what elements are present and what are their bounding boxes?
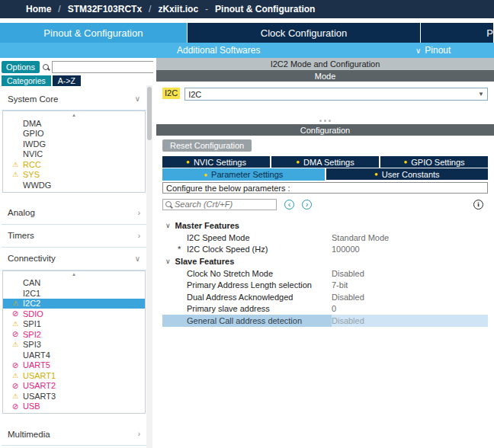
param-value[interactable]: Disabled	[332, 291, 488, 303]
param-row-i2c-speed-mode[interactable]: I2C Speed Mode Standard Mode	[162, 232, 488, 244]
param-row-i2c-clock-speed[interactable]: * I2C Clock Speed (Hz) 100000	[162, 244, 488, 256]
sidebar-tab-az[interactable]: A->Z	[53, 75, 81, 86]
sidebar-item-nvic[interactable]: NVIC	[3, 149, 145, 160]
sidebar-search-combo[interactable]: ▼	[52, 61, 153, 73]
param-row-dual-address-acknowledged[interactable]: Dual Address Acknowledged Disabled	[162, 291, 488, 303]
info-icon[interactable]: i	[473, 200, 483, 210]
tab-pinout-configuration[interactable]: Pinout & Configuration	[0, 23, 188, 43]
section-multimedia[interactable]: Multimedia ›	[2, 423, 146, 446]
parameter-search-box[interactable]	[162, 199, 277, 210]
options-button[interactable]: Options	[2, 61, 40, 73]
sidebar-item-i2c2[interactable]: ⚠ I2C2	[3, 299, 145, 309]
item-label: SPI3	[21, 340, 41, 349]
mode-section-bar: Mode	[156, 70, 494, 82]
item-label: DMA	[21, 119, 41, 128]
param-name: Clock No Stretch Mode	[187, 269, 332, 278]
param-name: I2C Clock Speed (Hz)	[187, 245, 332, 254]
breadcrumb-separator: /	[58, 4, 60, 14]
parameter-search-row: ‹ › i	[162, 198, 488, 210]
param-row-general-call-detection[interactable]: General Call address detection Disabled	[162, 315, 488, 327]
breadcrumb-separator: -	[205, 4, 208, 14]
sidebar-item-usart2[interactable]: ⊘ USART2	[3, 381, 145, 392]
sidebar-item-spi1[interactable]: ⚠ SPI1	[3, 319, 145, 330]
group-master-features[interactable]: ∨ Master Features	[162, 219, 488, 232]
param-value[interactable]: Disabled	[332, 315, 488, 327]
item-label: USB	[21, 402, 40, 411]
warning-icon: ⚠	[10, 372, 21, 379]
param-value[interactable]: 7-bit	[332, 280, 488, 292]
param-value[interactable]: 100000	[332, 244, 488, 256]
blocked-icon: ⊘	[10, 402, 21, 411]
sidebar-item-i2c1[interactable]: I2C1	[3, 288, 145, 299]
tab-parameter-settings[interactable]: ● Parameter Settings	[162, 168, 325, 181]
sidebar-item-iwdg[interactable]: IWDG	[3, 139, 145, 149]
tab-nvic-settings[interactable]: ● NVIC Settings	[162, 156, 270, 168]
breadcrumb-device[interactable]: STM32F103RCTx	[68, 4, 142, 14]
sidebar-item-wwdg[interactable]: WWDG	[3, 180, 145, 190]
item-label: IWDG	[21, 139, 46, 149]
warning-icon: ⚠	[10, 320, 21, 328]
item-label: USART1	[21, 371, 56, 380]
tab-dma-settings[interactable]: ● DMA Settings	[271, 156, 379, 168]
breadcrumb-home[interactable]: Home	[26, 4, 51, 14]
sidebar-item-spi3[interactable]: ⚠ SPI3	[3, 340, 145, 350]
sidebar-item-usart1[interactable]: ⚠ USART1	[3, 370, 145, 381]
yellow-dot-icon: ●	[204, 171, 207, 178]
sidebar-item-rcc[interactable]: ⚠ RCC	[3, 159, 145, 170]
section-system-core[interactable]: System Core ∨	[2, 88, 146, 110]
sidebar-item-sys[interactable]: ⚠ SYS	[3, 170, 145, 181]
parameter-list: ∨ Master Features I2C Speed Mode Standar…	[162, 219, 488, 327]
tab-user-constants[interactable]: ● User Constants	[326, 168, 489, 180]
scroll-up-icon[interactable]: ▲	[3, 271, 145, 278]
pinout-menu[interactable]: ∨ Pinout	[415, 45, 451, 56]
sidebar-item-dma[interactable]: DMA	[3, 118, 145, 129]
mode-checkbox-label[interactable]: I2C	[162, 88, 180, 99]
item-label: CAN	[21, 278, 40, 287]
param-row-primary-slave-address[interactable]: Primary slave address 0	[162, 303, 488, 315]
tab-project-manager-partial[interactable]: P	[421, 23, 494, 43]
reset-configuration-button[interactable]: Reset Configuration	[162, 139, 252, 152]
additional-softwares-menu[interactable]: Additional Softwares	[177, 45, 260, 56]
parameter-search-input[interactable]	[175, 200, 274, 209]
scroll-up-icon[interactable]: ▲	[3, 111, 145, 118]
breadcrumb-file[interactable]: zKxiit.ioc	[158, 4, 198, 14]
section-label: Connectivity	[8, 254, 56, 263]
section-connectivity[interactable]: Connectivity ∨	[2, 248, 146, 270]
scrollbar-thumb[interactable]	[147, 87, 152, 140]
tab-clock-configuration[interactable]: Clock Configuration	[188, 23, 422, 43]
sidebar-item-sdio[interactable]: ⊘ SDIO	[3, 309, 145, 319]
sidebar-tab-categories[interactable]: Categories	[2, 75, 51, 86]
param-value[interactable]: Disabled	[332, 267, 488, 280]
tab-label: Parameter Settings	[211, 170, 283, 179]
tab-gpio-settings[interactable]: ● GPIO Settings	[380, 156, 488, 168]
param-row-primary-address-length[interactable]: Primary Address Length selection 7-bit	[162, 280, 488, 292]
back-button[interactable]: ‹	[284, 200, 294, 210]
sidebar-item-gpio[interactable]: GPIO	[3, 129, 145, 139]
param-name: Primary slave address	[187, 304, 332, 313]
chevron-right-icon: ›	[138, 430, 140, 438]
sidebar-item-uart5[interactable]: ⊘ UART5	[3, 360, 145, 371]
param-name: Primary Address Length selection	[187, 280, 332, 290]
section-splitter[interactable]	[156, 117, 494, 124]
section-timers[interactable]: Timers ›	[2, 225, 146, 248]
dropdown-icon: ▼	[478, 91, 484, 98]
sidebar-item-usart3[interactable]: ⚠ USART3	[3, 391, 145, 402]
sidebar-item-spi2[interactable]: ⊘ SPI2	[3, 329, 145, 340]
param-row-clock-no-stretch[interactable]: Clock No Stretch Mode Disabled	[162, 267, 488, 280]
param-value[interactable]: 0	[332, 303, 488, 315]
sidebar-item-can[interactable]: CAN	[3, 278, 145, 289]
forward-button[interactable]: ›	[302, 200, 312, 210]
mode-select[interactable]: I2C ▼	[184, 88, 488, 101]
sidebar-item-uart4[interactable]: UART4	[3, 350, 145, 360]
sidebar-search-input[interactable]	[55, 62, 153, 72]
group-slave-features[interactable]: ∨ Slave Features	[162, 255, 488, 267]
sidebar-scrollbar[interactable]	[146, 85, 152, 448]
item-label: SYS	[21, 170, 40, 179]
item-label: SPI1	[21, 319, 41, 328]
yellow-dot-icon: ●	[296, 158, 300, 165]
connectivity-list: ▲ CAN I2C1 ⚠ I2C2 ⊘ SDIO ⚠ SPI1 ⊘	[2, 270, 146, 414]
sidebar-item-usb[interactable]: ⊘ USB	[3, 402, 145, 412]
param-value[interactable]: Standard Mode	[332, 232, 488, 244]
section-analog[interactable]: Analog ›	[2, 202, 146, 225]
mode-section: I2C I2C ▼	[156, 82, 494, 117]
